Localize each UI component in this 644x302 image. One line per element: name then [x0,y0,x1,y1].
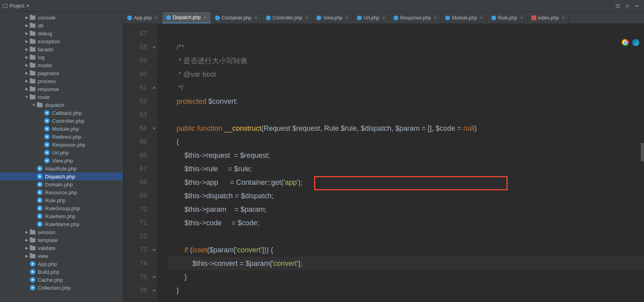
project-tree[interactable]: ▶console▶db▶debug▶exception▶facade▶log▶m… [0,12,123,302]
tree-node[interactable]: ▶response [0,85,123,93]
close-icon[interactable]: × [155,15,158,21]
editor-tab[interactable]: Response.php× [390,12,441,23]
tree-node[interactable]: Cache.php [0,276,123,284]
edge-icon[interactable] [632,39,639,46]
fold-marker-icon[interactable] [151,284,157,297]
tree-node-label: Dispatch.php [45,174,75,180]
fold-marker-icon[interactable] [151,81,157,95]
tree-node[interactable]: ▶db [0,21,123,29]
tree-node[interactable]: ▶process [0,77,123,85]
tree-node[interactable]: RuleName.php [0,220,123,228]
code-editor[interactable]: /** * 是否进行大小写转换 * @var bool */ protected… [157,24,644,302]
tree-node-label: AliasRule.php [45,166,77,172]
expand-arrow-icon: ▶ [25,230,29,234]
php-file-icon [445,15,450,20]
tree-node[interactable]: ▶view [0,252,123,260]
project-dropdown[interactable]: Project ▼ [2,3,29,9]
line-number: 75 [123,270,147,284]
editor-tab[interactable]: Url.php× [353,12,390,23]
close-icon[interactable]: × [520,15,523,21]
code-line: */ [169,81,644,95]
tab-label: Controller.php [273,15,303,21]
tree-node[interactable]: ▶validate [0,244,123,252]
line-number: 60 [123,68,147,81]
expand-arrow-icon: ▶ [25,31,29,35]
expand-arrow-icon: ▶ [25,55,29,59]
tree-node[interactable]: ▼dispatch [0,101,123,109]
tree-node[interactable]: Redirect.php [0,133,123,141]
close-icon[interactable]: × [434,15,437,21]
php-file-icon [394,15,398,20]
tree-node[interactable]: Url.php [0,149,123,157]
tree-node[interactable]: ▶paginator [0,69,123,77]
php-file-icon [44,157,50,164]
tree-node[interactable]: ▶template [0,236,123,244]
tree-node[interactable]: ▶model [0,61,123,69]
tree-node[interactable]: ▶log [0,53,123,61]
close-icon[interactable]: × [305,15,308,21]
expand-arrow-icon: ▶ [25,39,29,43]
fold-marker-icon[interactable] [151,270,157,284]
scroll-marker[interactable] [641,143,644,161]
fold-marker-icon[interactable] [151,41,157,54]
tree-node-label: Cache.php [38,277,63,283]
tree-node[interactable]: Response.php [0,141,123,149]
line-number: 57 [123,27,147,41]
tree-node[interactable]: Callback.php [0,109,123,117]
php-file-icon [44,141,50,148]
close-icon[interactable]: × [204,15,207,20]
folder-icon [29,70,36,76]
close-icon[interactable]: × [255,15,258,21]
code-area: 5758596061626364656667686970717273747576… [123,24,644,302]
collapse-icon[interactable] [613,1,623,11]
editor-tab[interactable]: Dispatch.php× [162,12,211,23]
tree-node[interactable]: RuleItem.php [0,212,123,220]
php-file-icon [37,221,43,227]
tree-node[interactable]: Collection.php [0,284,123,292]
editor-tab[interactable]: index.php× [528,12,569,23]
tree-node[interactable]: Dispatch.php [0,172,123,180]
tree-node[interactable]: Controller.php [0,117,123,125]
close-icon[interactable]: × [346,15,349,21]
tree-node[interactable]: Rule.php [0,196,123,204]
tree-node[interactable]: ▶debug [0,29,123,37]
php-file-icon [37,189,43,196]
fold-marker-icon[interactable] [151,243,157,257]
tree-node[interactable]: Domain.php [0,180,123,188]
php-file-icon [44,149,50,156]
close-icon[interactable]: × [382,15,385,21]
fold-marker-icon[interactable] [151,122,157,135]
tree-node[interactable]: ▶facade [0,45,123,53]
tree-node[interactable]: AliasRule.php [0,165,123,172]
line-number: 73 [123,243,147,257]
tree-node-label: Resource.php [45,190,77,196]
tree-node-label: App.php [38,261,57,267]
tree-node[interactable]: ▶session [0,228,123,236]
code-line: } [169,270,644,284]
tree-node[interactable]: Resource.php [0,188,123,196]
editor-tab[interactable]: View.php× [312,12,353,23]
tree-node-label: route [38,94,50,100]
hide-icon[interactable] [632,1,642,11]
folder-icon [29,54,36,60]
chrome-icon[interactable] [622,39,629,46]
expand-arrow-icon: ▼ [32,103,36,107]
editor-tab[interactable]: Container.php× [211,12,262,23]
tree-node[interactable]: View.php [0,157,123,165]
close-icon[interactable]: × [562,15,565,21]
tree-node[interactable]: ▶exception [0,37,123,45]
tree-node[interactable]: ▼route [0,93,123,101]
close-icon[interactable]: × [480,15,483,21]
line-gutter: 5758596061626364656667686970717273747576 [123,24,151,302]
tree-node[interactable]: ▶console [0,14,123,21]
line-number: 64 [123,122,147,135]
tree-node[interactable]: App.php [0,260,123,268]
editor-tab[interactable]: Module.php× [441,12,487,23]
gear-icon[interactable] [623,1,632,11]
editor-tab[interactable]: Controller.php× [262,12,313,23]
editor-tab[interactable]: Rule.php× [487,12,528,23]
editor-tab[interactable]: App.php× [123,12,162,23]
tree-node[interactable]: RuleGroup.php [0,204,123,212]
tree-node[interactable]: Module.php [0,125,123,133]
tree-node[interactable]: Build.php [0,268,123,276]
